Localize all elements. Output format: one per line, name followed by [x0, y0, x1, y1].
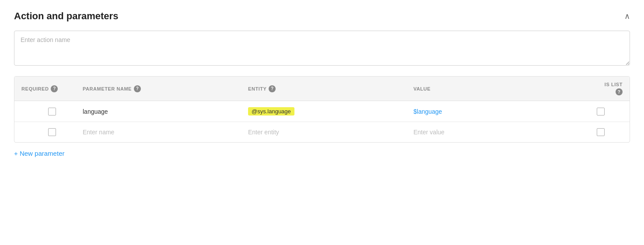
- table-row: language @sys.language $language: [14, 101, 630, 122]
- is-list-checkbox-cell-2: [579, 128, 623, 136]
- col-header-value: VALUE: [413, 86, 579, 91]
- section-header: Action and parameters ∧: [14, 10, 630, 22]
- entity-help-icon[interactable]: ?: [269, 85, 276, 92]
- required-checkbox-cell-1: [21, 108, 83, 116]
- new-parameter-button[interactable]: + New parameter: [14, 150, 64, 157]
- col-header-is-list: IS LIST ?: [579, 82, 623, 95]
- col-header-is-list-label: IS LIST: [605, 82, 623, 87]
- entity-placeholder-2: Enter entity: [248, 129, 279, 136]
- is-list-checkbox-cell-1: [579, 108, 623, 116]
- value-cell-1: $language: [413, 108, 579, 116]
- entity-badge-1: @sys.language: [248, 107, 294, 116]
- section-title: Action and parameters: [14, 10, 118, 22]
- value-link-1[interactable]: $language: [413, 108, 442, 115]
- required-checkbox-1[interactable]: [48, 108, 56, 116]
- params-table: REQUIRED ? PARAMETER NAME ? ENTITY ? VAL…: [14, 76, 630, 143]
- col-header-required-label: REQUIRED: [21, 86, 49, 91]
- table-row: Enter name Enter entity Enter value: [14, 122, 630, 142]
- col-header-parameter-name: PARAMETER NAME ?: [83, 85, 248, 92]
- parameter-name-cell-2: Enter name: [83, 128, 248, 136]
- parameter-name-cell-1: language: [83, 108, 248, 115]
- action-name-input[interactable]: [14, 31, 630, 66]
- required-help-icon[interactable]: ?: [51, 85, 58, 92]
- value-placeholder-2: Enter value: [413, 129, 444, 136]
- is-list-checkbox-1[interactable]: [597, 108, 605, 116]
- collapse-icon[interactable]: ∧: [624, 12, 630, 20]
- col-header-entity: ENTITY ?: [248, 85, 413, 92]
- parameter-name-placeholder-2: Enter name: [83, 129, 114, 136]
- is-list-checkbox-2[interactable]: [597, 128, 605, 136]
- col-header-parameter-name-label: PARAMETER NAME: [83, 86, 132, 91]
- required-checkbox-cell-2: [21, 128, 83, 136]
- is-list-help-icon[interactable]: ?: [616, 88, 623, 95]
- col-header-required: REQUIRED ?: [21, 85, 83, 92]
- required-checkbox-2[interactable]: [48, 128, 56, 136]
- table-header-row: REQUIRED ? PARAMETER NAME ? ENTITY ? VAL…: [14, 77, 630, 101]
- parameter-name-help-icon[interactable]: ?: [134, 85, 141, 92]
- entity-cell-2: Enter entity: [248, 128, 413, 136]
- col-header-value-label: VALUE: [413, 86, 430, 91]
- value-cell-2: Enter value: [413, 128, 579, 136]
- entity-cell-1: @sys.language: [248, 107, 413, 116]
- col-header-entity-label: ENTITY: [248, 86, 266, 91]
